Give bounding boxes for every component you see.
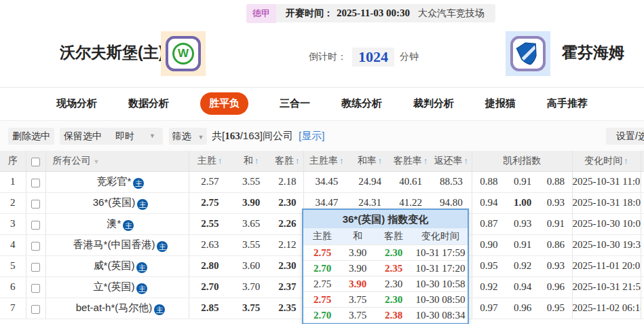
row-select[interactable] xyxy=(26,276,45,298)
company-cell[interactable]: 竞彩官*主 xyxy=(45,171,189,192)
row-spacer xyxy=(641,213,644,234)
away-odds: 2.30 xyxy=(271,255,303,276)
row-select[interactable] xyxy=(26,213,45,234)
popup-change-time: 10-31 17:20 xyxy=(413,263,468,274)
header-kelly: 凯利指数 xyxy=(472,151,572,171)
header-home-label: 主胜 xyxy=(197,155,216,166)
company-cell[interactable]: 立*(英国)主 xyxy=(45,276,189,298)
kelly-2: 0.91 xyxy=(506,171,539,192)
sort-asc-icon[interactable]: ↑ xyxy=(464,156,469,166)
row-checkbox[interactable] xyxy=(31,284,40,293)
row-checkbox[interactable] xyxy=(31,242,40,251)
sort-asc-icon[interactable]: ↑ xyxy=(378,156,383,166)
away-odds: 2.30 xyxy=(271,192,303,213)
nav-tab-7[interactable]: 高手推荐 xyxy=(547,97,588,110)
company-cell[interactable]: bet-at-h*(马尔他)主 xyxy=(45,298,189,319)
show-link[interactable]: [显示] xyxy=(299,130,324,141)
nav-tab-1[interactable]: 数据分析 xyxy=(128,97,169,110)
kelly-2: 0.94 xyxy=(506,276,539,298)
nav-tab-4[interactable]: 教练分析 xyxy=(341,97,382,110)
toolbar: 删除选中 保留选中 即时 ▼ 筛选 ▼ 共[163/163]间公司[显示] 设置… xyxy=(0,120,644,151)
popup-header-draw: 和 xyxy=(341,230,374,242)
kelly-2: 0.92 xyxy=(506,255,539,276)
row-select[interactable] xyxy=(26,171,45,192)
sort-asc-icon[interactable]: ↑ xyxy=(624,156,628,166)
popup-home-odds: 2.75 xyxy=(303,278,341,290)
kelly-3: 0.95 xyxy=(539,298,572,319)
company-cell[interactable]: 威*(英国)主 xyxy=(45,255,189,276)
row-select[interactable] xyxy=(26,192,45,213)
header-change-time[interactable]: 变化时间↑ xyxy=(572,151,641,171)
away-rate: 40.61 xyxy=(390,171,431,192)
home-odds: 2.70 xyxy=(189,276,231,298)
time-filter-dropdown[interactable]: 即时 ▼ xyxy=(105,128,163,145)
nav-tab-5[interactable]: 裁判分析 xyxy=(413,97,454,110)
row-select[interactable] xyxy=(26,298,45,319)
popup-home-odds: 2.70 xyxy=(303,310,341,321)
header-draw-odds[interactable]: 和↑ xyxy=(231,151,271,171)
home-team-name: 沃尔夫斯堡(主) xyxy=(60,42,164,63)
sort-asc-icon[interactable]: ↑ xyxy=(339,156,344,166)
row-checkbox[interactable] xyxy=(31,305,40,314)
nav-tab-0[interactable]: 现场分析 xyxy=(56,97,97,110)
settings-button[interactable]: 设置/选择 xyxy=(606,128,644,145)
row-checkbox[interactable] xyxy=(31,179,40,187)
change-time: 2025-10-31 18:00 xyxy=(572,192,641,213)
popup-away-odds: 2.30 xyxy=(374,247,413,259)
main-company-badge-icon: 主 xyxy=(154,304,165,315)
countdown-label: 倒计时： xyxy=(309,51,347,63)
sort-asc-icon[interactable]: ↑ xyxy=(295,156,300,166)
header-away-odds[interactable]: 客胜↑ xyxy=(271,151,303,171)
main-company-badge-icon: 主 xyxy=(136,283,147,294)
draw-rate: 24.94 xyxy=(349,171,390,192)
company-cell[interactable]: 36*(英国)主 xyxy=(45,192,189,213)
header-home-rate-label: 主胜率 xyxy=(309,155,338,166)
kickoff-time-value: 2025-11-03 00:30 xyxy=(337,7,410,19)
keep-selected-button[interactable]: 保留选中 xyxy=(60,128,106,145)
kelly-2: 0.93 xyxy=(506,213,539,234)
sort-asc-icon[interactable]: ↑ xyxy=(254,156,259,166)
home-team-logo: W xyxy=(161,31,206,76)
nav-tab-3[interactable]: 三合一 xyxy=(280,97,310,110)
row-select[interactable] xyxy=(26,255,45,276)
kelly-3: 0.86 xyxy=(539,234,572,255)
header-draw-rate[interactable]: 和率↑ xyxy=(349,151,390,171)
row-spacer xyxy=(641,298,644,319)
row-checkbox[interactable] xyxy=(31,200,40,209)
chevron-down-icon: ▼ xyxy=(197,134,204,141)
delete-selected-button[interactable]: 删除选中 xyxy=(8,128,54,145)
company-cell[interactable]: 澳*主 xyxy=(45,213,189,234)
company-cell[interactable]: 香港马*(中国香港)主 xyxy=(45,234,189,255)
kelly-1: 0.94 xyxy=(472,192,506,213)
countdown-unit: 分钟 xyxy=(400,51,419,63)
popup-away-odds: 2.30 xyxy=(374,278,413,290)
league-badge: 德甲 xyxy=(246,4,276,23)
draw-odds: 3.75 xyxy=(231,298,271,319)
row-checkbox[interactable] xyxy=(31,221,40,230)
popup-header-time: 变化时间 xyxy=(413,230,468,242)
header-return-rate[interactable]: 返还率↑ xyxy=(431,151,472,171)
header-home-rate[interactable]: 主胜率↑ xyxy=(303,151,349,171)
away-odds: 2.35 xyxy=(271,298,303,319)
select-all-checkbox[interactable] xyxy=(31,158,40,166)
header-away-rate[interactable]: 客胜率↑ xyxy=(390,151,431,171)
change-time: 2025-10-31 11:02 xyxy=(572,171,641,192)
draw-odds: 3.55 xyxy=(231,171,271,192)
popup-history-row: 2.753.902.3010-30 10:58 xyxy=(303,276,468,291)
nav-tab-2[interactable]: 胜平负 xyxy=(200,92,248,115)
nav-tab-6[interactable]: 捷报猫 xyxy=(485,97,516,110)
main-company-badge-icon: 主 xyxy=(157,241,168,252)
popup-header-away: 客胜 xyxy=(374,230,413,242)
popup-home-odds: 2.75 xyxy=(303,247,341,259)
filter-button[interactable]: 筛选 ▼ xyxy=(169,128,207,145)
sort-asc-icon[interactable]: ↑ xyxy=(423,156,428,166)
header-select-all[interactable] xyxy=(26,151,45,171)
header-company[interactable]: 所有公司▼ xyxy=(45,151,189,171)
row-select[interactable] xyxy=(26,234,45,255)
sort-asc-icon[interactable]: ↑ xyxy=(218,156,223,166)
row-checkbox[interactable] xyxy=(31,263,40,272)
kelly-3: 0.96 xyxy=(539,276,572,298)
header-home-odds[interactable]: 主胜↑ xyxy=(189,151,231,171)
kelly-3: 0.88 xyxy=(539,171,572,192)
kelly-1: 0.95 xyxy=(472,255,506,276)
